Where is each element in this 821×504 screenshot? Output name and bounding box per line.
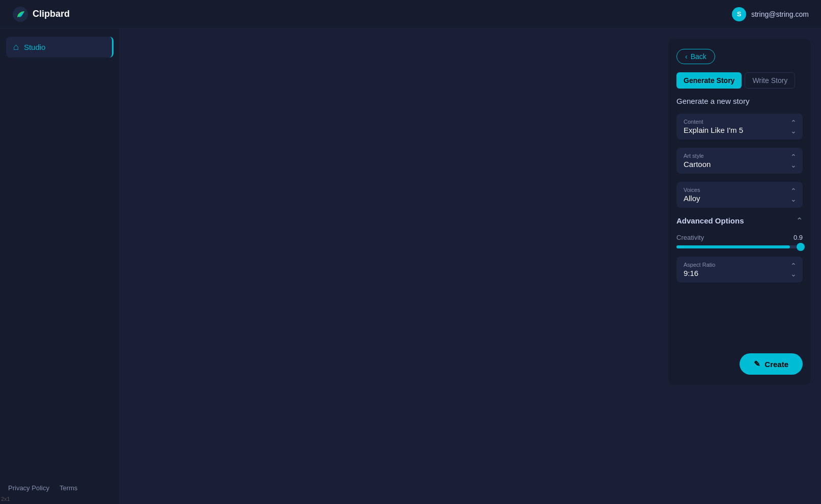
creativity-container: Creativity 0.9	[676, 234, 803, 248]
user-email: string@string.com	[751, 10, 809, 18]
creativity-slider-thumb[interactable]	[797, 243, 805, 251]
privacy-policy-link[interactable]: Privacy Policy	[8, 484, 49, 492]
main-layout: ⌂ Studio Privacy Policy Terms ‹ Back Gen…	[0, 29, 821, 504]
chevron-up-icon: ⌃	[796, 216, 803, 226]
topnav: Clipbard S string@string.com	[0, 0, 821, 29]
creativity-row: Creativity 0.9	[676, 234, 803, 241]
voices-dropdown[interactable]: Voices Alloy ⌃⌄	[676, 182, 803, 208]
art-style-dropdown[interactable]: Art style Cartoon ⌃⌄	[676, 148, 803, 174]
page-note: 2x1	[1, 496, 10, 502]
back-button[interactable]: ‹ Back	[676, 49, 715, 64]
avatar: S	[732, 7, 746, 21]
sidebar: ⌂ Studio Privacy Policy Terms	[0, 29, 120, 504]
pencil-icon: ✎	[754, 359, 760, 369]
section-title: Generate a new story	[676, 97, 803, 105]
art-style-label: Art style	[684, 153, 796, 159]
create-button[interactable]: ✎ Create	[740, 353, 803, 375]
chevron-left-icon: ‹	[685, 52, 688, 61]
content-dropdown[interactable]: Content Explain Like I'm 5 ⌃⌄	[676, 114, 803, 139]
back-label: Back	[691, 52, 706, 61]
user-info[interactable]: S string@string.com	[732, 7, 809, 21]
creativity-slider-track[interactable]	[676, 245, 803, 248]
aspect-ratio-label: Aspect Ratio	[684, 262, 796, 268]
advanced-options-title: Advanced Options	[676, 216, 744, 225]
logo-icon	[12, 6, 29, 22]
content-area: ‹ Back Generate Story Write Story Genera…	[120, 29, 821, 504]
home-icon: ⌂	[13, 42, 19, 52]
sidebar-footer: Privacy Policy Terms	[6, 480, 114, 496]
tab-write-story[interactable]: Write Story	[745, 72, 795, 89]
content-chevron-icon: ⌃⌄	[790, 119, 797, 135]
app-name: Clipbard	[33, 9, 70, 19]
tab-generate-story[interactable]: Generate Story	[676, 72, 742, 89]
aspect-ratio-value: 9:16	[684, 269, 796, 277]
sidebar-item-studio[interactable]: ⌂ Studio	[6, 37, 114, 58]
voices-value: Alloy	[684, 194, 796, 203]
voices-label: Voices	[684, 187, 796, 193]
art-style-value: Cartoon	[684, 160, 796, 169]
panel: ‹ Back Generate Story Write Story Genera…	[668, 39, 811, 385]
aspect-ratio-chevron-icon: ⌃⌄	[790, 262, 797, 278]
terms-link[interactable]: Terms	[60, 484, 77, 492]
logo: Clipbard	[12, 6, 70, 22]
content-label: Content	[684, 119, 796, 125]
advanced-options-header[interactable]: Advanced Options ⌃	[676, 216, 803, 226]
tab-row: Generate Story Write Story	[676, 72, 803, 89]
sidebar-top: ⌂ Studio	[6, 37, 114, 58]
creativity-label: Creativity	[676, 234, 704, 241]
creativity-slider-fill	[676, 245, 790, 248]
art-style-chevron-icon: ⌃⌄	[790, 153, 797, 169]
content-value: Explain Like I'm 5	[684, 126, 796, 134]
voices-chevron-icon: ⌃⌄	[790, 187, 797, 203]
creativity-value: 0.9	[794, 234, 803, 241]
create-button-label: Create	[765, 360, 788, 369]
aspect-ratio-dropdown[interactable]: Aspect Ratio 9:16 ⌃⌄	[676, 257, 803, 283]
sidebar-item-label: Studio	[24, 43, 46, 51]
